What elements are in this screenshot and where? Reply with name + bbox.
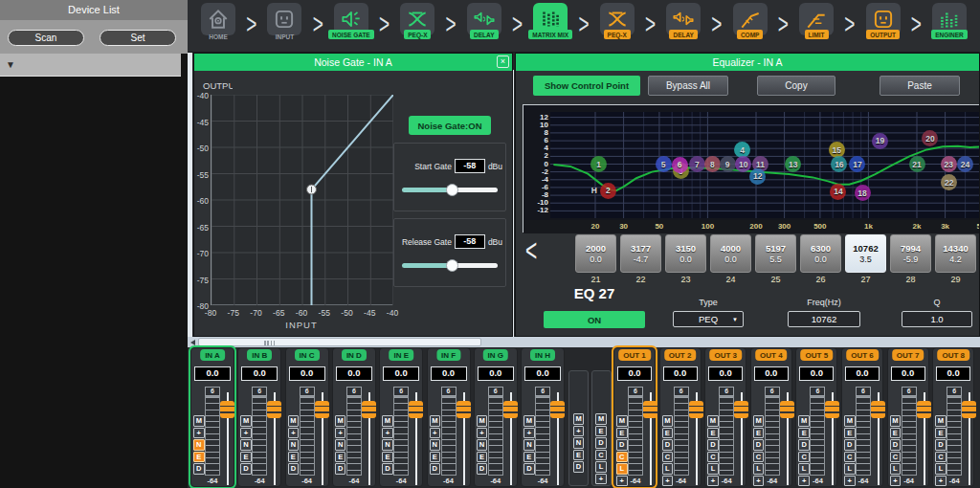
band-cell-22[interactable]: 3177-4.7: [620, 234, 661, 273]
q-input[interactable]: 1.0: [902, 311, 972, 327]
master-button-+[interactable]: +: [573, 426, 585, 437]
channel-gain-value[interactable]: 0.0: [936, 366, 970, 381]
equalizer-titlebar[interactable]: Equalizer - IN A: [516, 54, 979, 71]
horizontal-scrollbar[interactable]: [188, 337, 980, 347]
scan-button[interactable]: Scan: [8, 30, 84, 46]
strip-button-+[interactable]: +: [240, 428, 252, 439]
master-button-E[interactable]: E: [595, 426, 607, 437]
strip-button-L[interactable]: L: [707, 463, 719, 475]
channel-gain-value[interactable]: 0.0: [478, 366, 514, 381]
channel-tab[interactable]: IN C: [295, 349, 320, 361]
master-button-D[interactable]: D: [573, 461, 585, 473]
strip-button-+[interactable]: +: [935, 476, 947, 487]
strip-button-D[interactable]: D: [935, 439, 947, 451]
band-cell-21[interactable]: 20000.0: [575, 234, 616, 273]
fader-handle[interactable]: [825, 401, 839, 418]
strip-button-+[interactable]: +: [707, 476, 719, 487]
strip-button-M[interactable]: M: [288, 415, 300, 427]
channel-tab[interactable]: OUT 2: [664, 349, 697, 361]
master-button-D[interactable]: D: [595, 437, 607, 449]
channel-gain-value[interactable]: 0.0: [383, 366, 419, 381]
strip-button-M[interactable]: M: [662, 415, 674, 427]
channel-tab[interactable]: OUT 1: [618, 349, 651, 361]
channel-gain-value[interactable]: 0.0: [194, 366, 231, 381]
fader-handle[interactable]: [550, 401, 565, 418]
channel-gain-value[interactable]: 0.0: [845, 366, 880, 381]
strip-button-C[interactable]: C: [844, 452, 856, 463]
strip-button-C[interactable]: C: [935, 452, 947, 463]
channel-tab[interactable]: IN D: [342, 349, 367, 361]
param-slider[interactable]: [402, 188, 498, 192]
toolbar-item-output-out[interactable]: OUTPUT: [858, 3, 908, 39]
channel-tab[interactable]: IN A: [200, 349, 225, 361]
param-value[interactable]: -58: [455, 234, 485, 249]
strip-button-+[interactable]: +: [753, 476, 765, 487]
strip-button-N[interactable]: N: [477, 439, 488, 451]
master-button-M[interactable]: M: [595, 413, 607, 425]
strip-button-C[interactable]: C: [798, 452, 810, 463]
strip-button-L[interactable]: L: [890, 463, 902, 475]
strip-button-C[interactable]: C: [707, 452, 719, 463]
strip-button-M[interactable]: M: [935, 415, 947, 427]
eq-graph[interactable]: 12H3456789101112131415161718192021222324: [550, 112, 980, 218]
strip-button-L[interactable]: L: [662, 463, 674, 475]
strip-button-+[interactable]: +: [662, 476, 674, 487]
channel-tab[interactable]: OUT 3: [709, 349, 742, 361]
paste-button[interactable]: Paste: [880, 76, 960, 96]
strip-button-D[interactable]: D: [662, 439, 674, 451]
strip-button-L[interactable]: L: [798, 463, 810, 475]
toolbar-item-home[interactable]: HOME: [193, 3, 243, 41]
channel-gain-value[interactable]: 0.0: [708, 366, 743, 381]
strip-button-D[interactable]: D: [193, 463, 205, 475]
eq-control-point-9[interactable]: 9: [720, 156, 736, 172]
master-button-+[interactable]: +: [595, 474, 607, 485]
master-button-N[interactable]: N: [573, 437, 585, 449]
fader-handle[interactable]: [689, 401, 703, 418]
strip-button-+[interactable]: +: [477, 428, 488, 439]
toolbar-item-comp-out[interactable]: COMP: [725, 3, 775, 39]
param-value[interactable]: -58: [455, 159, 485, 173]
strip-button-E[interactable]: E: [798, 428, 810, 439]
master-button-C[interactable]: C: [595, 450, 607, 461]
strip-button-M[interactable]: M: [335, 415, 346, 427]
channel-tab[interactable]: IN H: [530, 349, 555, 361]
toolbar-item-input[interactable]: INPUT: [259, 3, 309, 41]
strip-button-+[interactable]: +: [616, 476, 628, 487]
strip-button-E[interactable]: E: [844, 428, 856, 439]
strip-button-D[interactable]: D: [844, 439, 856, 451]
strip-button-D[interactable]: D: [707, 439, 719, 451]
strip-button-E[interactable]: E: [193, 452, 205, 463]
strip-button-M[interactable]: M: [890, 415, 902, 427]
fader-handle[interactable]: [917, 401, 931, 418]
strip-button-N[interactable]: N: [382, 439, 393, 451]
strip-button-+[interactable]: +: [382, 428, 393, 439]
toolbar-item-delay-out[interactable]: DELAY: [658, 3, 708, 39]
strip-button-D[interactable]: D: [477, 463, 488, 475]
strip-button-C[interactable]: C: [662, 452, 674, 463]
strip-button-M[interactable]: M: [753, 415, 765, 427]
strip-button-C[interactable]: C: [616, 452, 628, 463]
eq-control-point-21[interactable]: 21: [909, 156, 925, 172]
channel-tab[interactable]: IN G: [483, 349, 508, 361]
toolbar-item-matrix-mix[interactable]: MATRIX MIX: [525, 3, 575, 39]
channel-tab[interactable]: OUT 6: [846, 349, 879, 361]
strip-button-E[interactable]: E: [288, 452, 300, 463]
toolbar-item-peq-x-out[interactable]: PEQ-X: [592, 3, 642, 39]
channel-gain-value[interactable]: 0.0: [336, 366, 372, 381]
fader-handle[interactable]: [503, 401, 518, 418]
master-button-L[interactable]: L: [595, 461, 607, 473]
strip-button-E[interactable]: E: [662, 428, 674, 439]
strip-button-L[interactable]: L: [616, 463, 628, 475]
channel-tab[interactable]: OUT 4: [755, 349, 788, 361]
eq-control-point-7[interactable]: 7: [689, 156, 705, 172]
eq-control-point-14[interactable]: 14: [830, 184, 846, 200]
channel-tab[interactable]: IN E: [389, 349, 413, 361]
toolbar-item-limit-out[interactable]: LIMIT: [791, 3, 841, 39]
fader-handle[interactable]: [780, 401, 794, 418]
fader-handle[interactable]: [315, 401, 329, 418]
master-button-E[interactable]: E: [573, 450, 585, 461]
strip-button-L[interactable]: L: [844, 463, 856, 475]
channel-gain-value[interactable]: 0.0: [891, 366, 925, 381]
strip-button-+[interactable]: +: [890, 476, 902, 487]
strip-button-N[interactable]: N: [430, 439, 441, 451]
